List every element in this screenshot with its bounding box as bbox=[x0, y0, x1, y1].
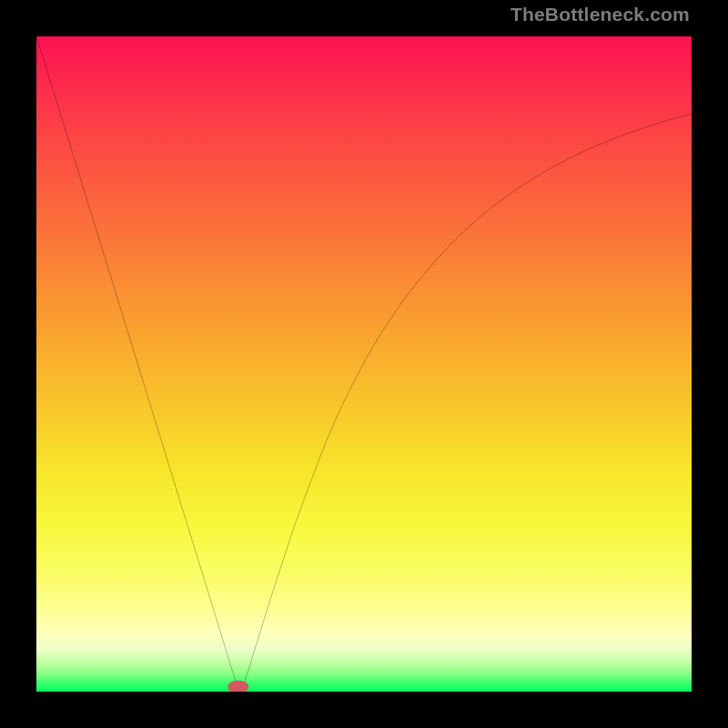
chart-frame: TheBottleneck.com bbox=[0, 0, 728, 728]
plot-svg bbox=[36, 36, 692, 692]
plot-area bbox=[36, 36, 692, 692]
min-point-marker bbox=[228, 681, 248, 692]
watermark-text: TheBottleneck.com bbox=[511, 4, 690, 25]
bottleneck-curve bbox=[36, 36, 692, 692]
